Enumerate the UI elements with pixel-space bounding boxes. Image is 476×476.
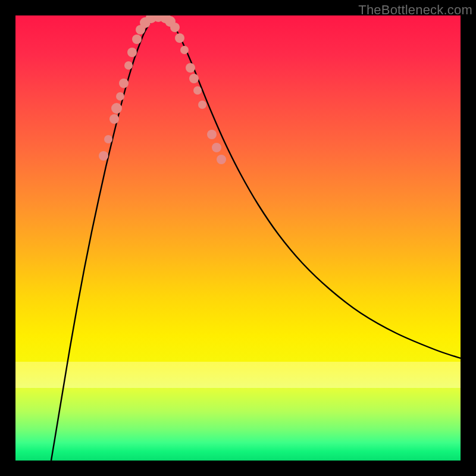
dot — [104, 135, 112, 143]
dot — [99, 151, 108, 161]
chart-frame — [15, 15, 461, 461]
dot — [170, 23, 180, 32]
dot — [193, 86, 202, 95]
dot — [175, 33, 184, 43]
dot — [189, 74, 199, 83]
bottleneck-plot — [15, 15, 461, 461]
dot — [119, 79, 129, 88]
dot — [116, 92, 124, 101]
dot — [180, 46, 189, 54]
dot — [127, 48, 137, 57]
dot — [217, 155, 226, 164]
watermark-text: TheBottleneck.com — [358, 2, 472, 18]
dot — [212, 143, 221, 152]
dot — [198, 101, 206, 109]
dot — [207, 130, 217, 139]
curve-dots — [99, 15, 226, 164]
bottleneck-curve — [51, 17, 461, 461]
dot — [111, 103, 122, 114]
dot — [186, 63, 195, 73]
dot — [124, 61, 133, 70]
dot — [109, 114, 119, 124]
dot — [132, 35, 142, 44]
